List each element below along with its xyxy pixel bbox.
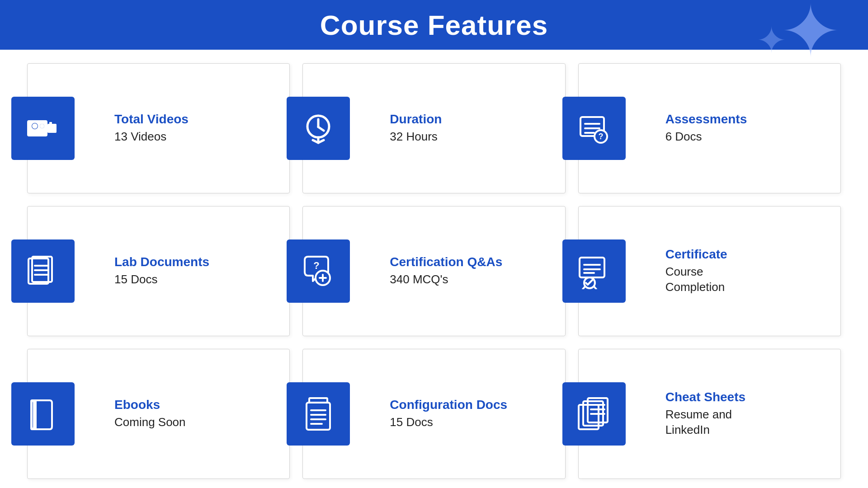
book-icon-box xyxy=(11,382,75,446)
card-text-cheat-sheets: Cheat Sheets Resume andLinkedIn xyxy=(665,390,830,438)
card-text-certificate: Certificate CourseCompletion xyxy=(665,247,830,295)
svg-rect-26 xyxy=(580,258,604,277)
card-title-ebooks: Ebooks xyxy=(114,398,278,412)
card-title-certificate: Certificate xyxy=(665,247,830,262)
card-text-assessments: Assessments 6 Docs xyxy=(665,112,830,145)
card-subtitle-certificate: CourseCompletion xyxy=(665,264,830,295)
star-decoration-small: ✦ xyxy=(756,23,787,59)
qa-icon-box: ? xyxy=(287,239,350,303)
card-subtitle-configuration-docs: 15 Docs xyxy=(390,415,554,430)
feature-card-certification-qas: ? Certification Q&As 340 MCQ's xyxy=(302,206,565,336)
feature-card-cheat-sheets: Cheat Sheets Resume andLinkedIn xyxy=(578,349,841,479)
card-text-lab-documents: Lab Documents 15 Docs xyxy=(114,255,278,287)
sheets-icon-box xyxy=(562,382,626,446)
card-title-cheat-sheets: Cheat Sheets xyxy=(665,390,830,404)
feature-card-assessments: ? Assessments 6 Docs xyxy=(578,63,841,193)
certificate-icon-box xyxy=(562,239,626,303)
feature-card-ebooks: Ebooks Coming Soon xyxy=(27,349,290,479)
video-icon-box xyxy=(11,97,75,160)
card-text-certification-qas: Certification Q&As 340 MCQ's xyxy=(390,255,554,287)
card-text-ebooks: Ebooks Coming Soon xyxy=(114,398,278,430)
card-text-total-videos: Total Videos 13 Videos xyxy=(114,112,278,145)
page-title: Course Features xyxy=(320,9,548,41)
card-subtitle-lab-documents: 15 Docs xyxy=(114,272,278,287)
feature-card-certificate: Certificate CourseCompletion xyxy=(578,206,841,336)
svg-rect-6 xyxy=(49,122,52,126)
feature-card-total-videos: Total Videos 13 Videos xyxy=(27,63,290,193)
config-icon-box xyxy=(287,382,350,446)
page-header: Course Features ✦ ✦ xyxy=(0,0,868,50)
card-text-configuration-docs: Configuration Docs 15 Docs xyxy=(390,398,554,430)
feature-card-configuration-docs: Configuration Docs 15 Docs xyxy=(302,349,565,479)
card-title-assessments: Assessments xyxy=(665,112,830,127)
svg-text:?: ? xyxy=(314,260,320,271)
features-grid: Total Videos 13 Videos Duration 32 Hours xyxy=(0,50,868,488)
svg-point-2 xyxy=(33,124,37,128)
documents-icon-box xyxy=(11,239,75,303)
star-decoration-large: ✦ xyxy=(780,0,841,68)
svg-rect-34 xyxy=(307,403,330,430)
card-title-duration: Duration xyxy=(390,112,554,127)
svg-text:?: ? xyxy=(598,132,603,141)
svg-point-4 xyxy=(41,125,43,127)
card-subtitle-duration: 32 Hours xyxy=(390,129,554,145)
feature-card-duration: Duration 32 Hours xyxy=(302,63,565,193)
card-title-lab-documents: Lab Documents xyxy=(114,255,278,269)
card-subtitle-total-videos: 13 Videos xyxy=(114,129,278,145)
card-subtitle-certification-qas: 340 MCQ's xyxy=(390,272,554,287)
feature-card-lab-documents: Lab Documents 15 Docs xyxy=(27,206,290,336)
card-title-certification-qas: Certification Q&As xyxy=(390,255,554,269)
card-subtitle-cheat-sheets: Resume andLinkedIn xyxy=(665,407,830,438)
card-text-duration: Duration 32 Hours xyxy=(390,112,554,145)
assessment-icon-box: ? xyxy=(562,97,626,160)
card-title-configuration-docs: Configuration Docs xyxy=(390,398,554,412)
card-subtitle-ebooks: Coming Soon xyxy=(114,415,278,430)
svg-line-9 xyxy=(318,127,324,131)
card-title-total-videos: Total Videos xyxy=(114,112,278,127)
card-subtitle-assessments: 6 Docs xyxy=(665,129,830,145)
clock-icon-box xyxy=(287,97,350,160)
